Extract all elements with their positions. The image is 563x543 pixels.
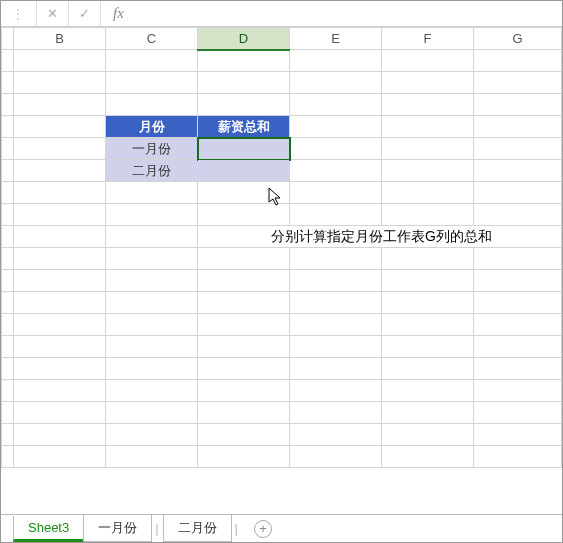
sheet-tab-active[interactable]: Sheet3 — [13, 516, 84, 542]
add-sheet-button[interactable]: + — [254, 520, 272, 538]
cell-month-2[interactable]: 二月份 — [106, 160, 198, 182]
cell-sum-2[interactable] — [198, 160, 290, 182]
col-header-E[interactable]: E — [290, 28, 382, 50]
sheet-tab-1[interactable]: 一月份 — [83, 515, 152, 542]
col-header-G[interactable]: G — [474, 28, 562, 50]
col-header-C[interactable]: C — [106, 28, 198, 50]
col-header-B[interactable]: B — [14, 28, 106, 50]
formula-bar: ⋮ ✕ ✓ fx — [1, 1, 562, 27]
tab-separator: | — [231, 521, 242, 536]
tab-separator: | — [151, 521, 162, 536]
cell-month-1[interactable]: 一月份 — [106, 138, 198, 160]
quick-access-dots: ⋮ — [1, 1, 37, 26]
enter-icon[interactable]: ✓ — [69, 1, 101, 26]
sheet-tab-bar: Sheet3 一月份 | 二月份 | + — [1, 514, 562, 542]
cell-sum-1[interactable] — [198, 138, 290, 160]
col-header-D[interactable]: D — [198, 28, 290, 50]
cell-header-sum[interactable]: 薪资总和 — [198, 116, 290, 138]
instruction-text: 分别计算指定月份工作表G列的总和 — [198, 226, 562, 248]
row-header-blank — [2, 28, 14, 50]
cell-header-month[interactable]: 月份 — [106, 116, 198, 138]
col-header-F[interactable]: F — [382, 28, 474, 50]
cancel-icon[interactable]: ✕ — [37, 1, 69, 26]
column-header-row[interactable]: B C D E F G — [2, 28, 562, 50]
sheet-tab-2[interactable]: 二月份 — [163, 515, 232, 542]
fx-label[interactable]: fx — [101, 5, 124, 22]
spreadsheet-grid[interactable]: B C D E F G 月份 薪资总和 一月份 二月份 — [1, 27, 562, 468]
